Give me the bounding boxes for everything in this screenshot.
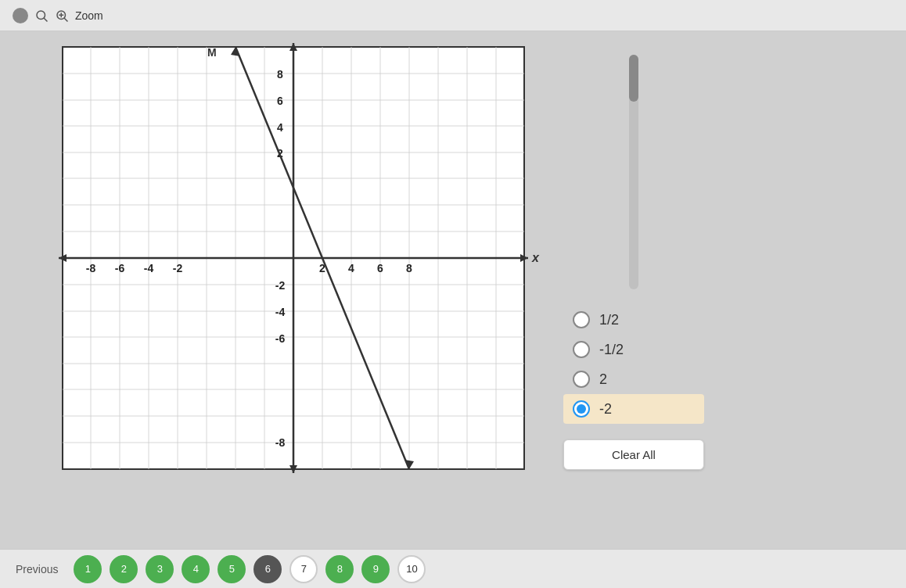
svg-text:6: 6 bbox=[377, 262, 383, 274]
question-btn-8[interactable]: 8 bbox=[325, 555, 354, 583]
radio-opt4[interactable] bbox=[573, 400, 590, 418]
option-1-label: 1/2 bbox=[599, 312, 619, 328]
radio-opt1[interactable] bbox=[573, 311, 590, 328]
question-num-5: 5 bbox=[229, 563, 235, 575]
svg-text:6: 6 bbox=[277, 95, 283, 107]
top-bar: Zoom bbox=[0, 0, 906, 31]
option-4[interactable]: -2 bbox=[563, 394, 704, 424]
svg-text:8: 8 bbox=[277, 68, 283, 81]
question-btn-9[interactable]: 9 bbox=[361, 555, 390, 583]
scrollbar-track[interactable] bbox=[629, 55, 638, 289]
question-btn-1[interactable]: 1 bbox=[74, 555, 102, 583]
svg-line-3 bbox=[64, 18, 68, 22]
option-2[interactable]: -1/2 bbox=[563, 335, 704, 364]
radio-opt2[interactable] bbox=[573, 341, 590, 358]
right-panel: 1/2 -1/2 2 -2 Clear All bbox=[563, 39, 704, 541]
svg-text:4: 4 bbox=[348, 262, 354, 274]
zoom-in-icon[interactable] bbox=[55, 9, 69, 23]
svg-text:-4: -4 bbox=[144, 262, 154, 274]
question-btn-7[interactable]: 7 bbox=[289, 555, 318, 583]
svg-text:-2: -2 bbox=[173, 262, 183, 274]
option-3[interactable]: 2 bbox=[563, 364, 704, 394]
option-3-label: 2 bbox=[599, 371, 607, 388]
svg-text:-8: -8 bbox=[86, 262, 96, 274]
option-2-label: -1/2 bbox=[599, 342, 624, 358]
svg-text:x: x bbox=[531, 251, 540, 264]
radio-opt3[interactable] bbox=[573, 371, 590, 388]
answer-options: 1/2 -1/2 2 -2 bbox=[563, 305, 704, 424]
question-num-4: 4 bbox=[193, 563, 199, 575]
question-btn-3[interactable]: 3 bbox=[146, 555, 174, 583]
svg-text:-4: -4 bbox=[275, 306, 286, 318]
question-num-10: 10 bbox=[406, 563, 417, 575]
svg-point-0 bbox=[37, 11, 45, 20]
bottom-bar: Previous 1 2 3 4 5 6 7 8 9 10 bbox=[0, 549, 906, 588]
question-num-7: 7 bbox=[301, 563, 307, 575]
svg-text:-2: -2 bbox=[275, 279, 286, 292]
option-1[interactable]: 1/2 bbox=[563, 305, 704, 335]
question-btn-2[interactable]: 2 bbox=[110, 555, 138, 583]
graph-container: -8 -6 -4 -2 2 4 6 8 8 6 4 2 -2 -4 -6 -8 … bbox=[16, 39, 548, 485]
svg-text:-6: -6 bbox=[275, 332, 286, 345]
question-num-8: 8 bbox=[337, 563, 343, 575]
clear-all-button[interactable]: Clear All bbox=[563, 439, 704, 470]
app-icon bbox=[13, 8, 28, 23]
question-num-9: 9 bbox=[373, 563, 379, 575]
option-4-label: -2 bbox=[599, 401, 612, 418]
main-content: -8 -6 -4 -2 2 4 6 8 8 6 4 2 -2 -4 -6 -8 … bbox=[0, 31, 906, 549]
svg-text:-8: -8 bbox=[275, 436, 286, 449]
question-btn-6[interactable]: 6 bbox=[253, 555, 282, 583]
svg-text:4: 4 bbox=[277, 121, 283, 134]
search-icon[interactable] bbox=[34, 9, 49, 23]
svg-text:8: 8 bbox=[406, 262, 412, 274]
question-num-3: 3 bbox=[157, 563, 163, 575]
zoom-label[interactable]: Zoom bbox=[75, 9, 103, 22]
svg-text:-6: -6 bbox=[115, 262, 125, 274]
previous-button[interactable]: Previous bbox=[16, 563, 58, 575]
question-btn-4[interactable]: 4 bbox=[182, 555, 210, 583]
svg-line-1 bbox=[44, 18, 48, 22]
question-num-1: 1 bbox=[85, 563, 91, 575]
question-btn-10[interactable]: 10 bbox=[397, 555, 426, 583]
coordinate-graph: -8 -6 -4 -2 2 4 6 8 8 6 4 2 -2 -4 -6 -8 … bbox=[16, 39, 548, 485]
question-btn-5[interactable]: 5 bbox=[218, 555, 246, 583]
question-num-2: 2 bbox=[121, 563, 127, 575]
scrollbar-thumb[interactable] bbox=[629, 55, 638, 102]
svg-text:M: M bbox=[207, 46, 217, 59]
question-num-6: 6 bbox=[265, 563, 271, 575]
